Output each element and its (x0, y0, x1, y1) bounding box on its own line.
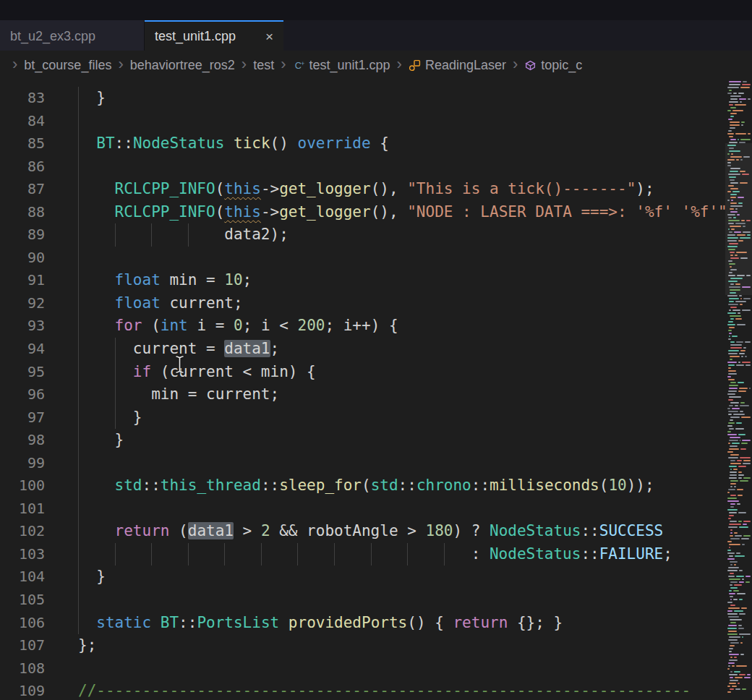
breadcrumb-item-behaviortree_ros2[interactable]: behaviortree_ros2 (130, 58, 235, 73)
code-text[interactable]: } (78, 87, 752, 110)
indent-guide (78, 520, 79, 543)
code-text[interactable]: return (data1 > 2 && robotAngle > 180) ?… (78, 520, 752, 543)
code-text[interactable] (78, 110, 752, 133)
breadcrumb-item-bt_course_files[interactable]: bt_course_files (24, 58, 111, 73)
minimap-mark (740, 101, 742, 103)
code-line[interactable]: 103 : NodeStatus::FAILURE; (0, 543, 752, 566)
minimap-line (727, 205, 751, 207)
minimap-mark (730, 599, 732, 600)
minimap-mark (740, 405, 749, 406)
code-text[interactable]: float min = 10; (78, 269, 752, 292)
code-text[interactable]: }; (78, 634, 752, 657)
code-line[interactable]: 86 (0, 155, 752, 179)
code-text[interactable] (78, 247, 752, 270)
code-line[interactable]: 100 std::this_thread::sleep_for(std::chr… (0, 474, 752, 498)
code-line[interactable]: 104 } (0, 565, 752, 589)
code-line[interactable]: 93 for (int i = 0; i < 200; i++) { (0, 315, 752, 338)
minimap-mark (743, 521, 751, 522)
code-token: data1 (224, 340, 270, 357)
code-line[interactable]: 91 float min = 10; (0, 269, 752, 292)
code-text[interactable]: //--------------------------------------… (78, 680, 752, 700)
breadcrumb-item-test_unit1.cpp[interactable]: C+test_unit1.cpp (293, 58, 390, 73)
minimap-mark (727, 613, 738, 615)
minimap-mark (742, 286, 751, 288)
code-text[interactable] (78, 155, 752, 179)
minimap[interactable] (725, 80, 752, 700)
tab-test_unit1[interactable]: test_unit1.cpp × (145, 20, 283, 51)
code-text[interactable]: std::this_thread::sleep_for(std::chrono:… (78, 474, 752, 498)
minimap-mark (729, 651, 732, 652)
code-text[interactable] (78, 657, 752, 680)
minimap-line (727, 686, 751, 687)
minimap-line (727, 139, 751, 140)
code-text[interactable] (78, 498, 752, 521)
code-text[interactable]: } (78, 429, 752, 452)
minimap-mark (742, 362, 751, 363)
indent-guide (78, 361, 79, 384)
code-text[interactable] (78, 589, 752, 612)
code-text[interactable]: min = current; (78, 383, 752, 406)
code-line[interactable]: 108 (0, 657, 752, 680)
code-text[interactable]: float current; (78, 292, 752, 315)
minimap-mark (736, 159, 739, 161)
code-line[interactable]: 97 } (0, 406, 752, 430)
code-text[interactable]: RCLCPP_INFO(this->get_logger(), "NODE : … (78, 201, 752, 224)
code-line[interactable]: 89 data2); (0, 223, 752, 247)
minimap-mark (727, 162, 731, 163)
minimap-line (727, 419, 751, 421)
minimap-line (727, 460, 751, 461)
editor[interactable]: 83 }8485 BT::NodeStatus tick() override … (0, 80, 752, 700)
breadcrumb-item-topic_c[interactable]: topic_c (524, 58, 582, 73)
minimap-mark (730, 171, 738, 172)
code-line[interactable]: 102 return (data1 > 2 && robotAngle > 18… (0, 520, 752, 543)
code-text[interactable]: for (int i = 0; i < 200; i++) { (78, 315, 752, 338)
minimap-mark (729, 674, 738, 675)
minimap-mark (729, 136, 733, 137)
minimap-mark (742, 310, 751, 311)
minimap-mark (729, 90, 732, 91)
minimap-line (727, 680, 751, 681)
minimap-mark (727, 376, 731, 377)
code-line[interactable]: 95 if (current < min) { (0, 361, 752, 384)
breadcrumb-item-ReadingLaser[interactable]: ReadingLaser (409, 58, 506, 73)
code-text[interactable]: RCLCPP_INFO(this->get_logger(), "This is… (78, 178, 752, 201)
code-line[interactable]: 99 (0, 452, 752, 475)
minimap-mark (733, 469, 738, 470)
minimap-mark (728, 422, 735, 424)
line-number: 106 (0, 612, 45, 635)
code-line[interactable]: 90 (0, 247, 752, 270)
code-text[interactable] (78, 452, 752, 475)
code-line[interactable]: 96 min = current; (0, 383, 752, 406)
code-line[interactable]: 83 } (0, 87, 752, 110)
code-text[interactable]: : NodeStatus::FAILURE; (78, 543, 752, 566)
code-line[interactable]: 84 (0, 110, 752, 133)
code-line[interactable]: 94 current = data1; (0, 338, 752, 361)
close-tab-icon[interactable]: × (265, 30, 273, 43)
code-line[interactable]: 88 RCLCPP_INFO(this->get_logger(), "NODE… (0, 201, 752, 224)
breadcrumb-label: topic_c (541, 58, 582, 73)
minimap-line (727, 564, 751, 565)
minimap-mark (730, 107, 736, 108)
minimap-line (727, 605, 751, 606)
code-line[interactable]: 107}; (0, 634, 752, 657)
minimap-line (727, 145, 751, 146)
code-line[interactable]: 106 static BT::PortsList providedPorts()… (0, 612, 752, 635)
code-line[interactable]: 92 float current; (0, 292, 752, 315)
code-line[interactable]: 98 } (0, 429, 752, 452)
tab-bt_u2_ex3[interactable]: bt_u2_ex3.cpp (0, 20, 145, 51)
code-text[interactable]: } (78, 565, 752, 589)
code-line[interactable]: 101 (0, 498, 752, 521)
breadcrumb-label: behaviortree_ros2 (130, 58, 235, 73)
minimap-mark (728, 370, 736, 372)
code-text[interactable]: BT::NodeStatus tick() override { (78, 132, 752, 155)
code-line[interactable]: 105 (0, 589, 752, 612)
code-line[interactable]: 85 BT::NodeStatus tick() override { (0, 132, 752, 155)
code-line[interactable]: 109//-----------------------------------… (0, 680, 752, 700)
code-text[interactable]: } (78, 406, 752, 430)
breadcrumb-item-test[interactable]: test (253, 58, 274, 73)
code-text[interactable]: static BT::PortsList providedPorts() { r… (78, 612, 752, 635)
code-text[interactable]: data2); (78, 223, 752, 247)
line-number: 87 (0, 178, 45, 201)
minimap-mark (730, 529, 732, 531)
code-line[interactable]: 87 RCLCPP_INFO(this->get_logger(), "This… (0, 178, 752, 201)
